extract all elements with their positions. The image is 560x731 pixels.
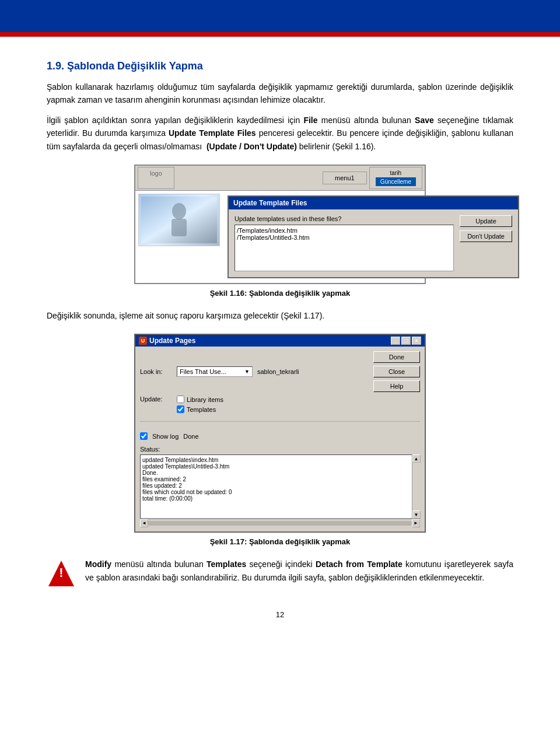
svg-rect-3 bbox=[172, 219, 187, 236]
dont-update-button[interactable]: Don't Update bbox=[460, 230, 512, 242]
hscroll-track bbox=[148, 521, 412, 526]
close-button[interactable]: × bbox=[412, 337, 421, 345]
status-section: Status: updated Templates\index.htm upda… bbox=[140, 446, 420, 527]
mockup-date: tarih Güncelleme bbox=[369, 167, 422, 189]
guncelleme-button[interactable]: Güncelleme bbox=[376, 177, 416, 186]
vertical-scrollbar[interactable]: ▲ ▼ bbox=[412, 454, 420, 519]
page-mockup: logo menu1 tarih Güncelleme bbox=[134, 165, 426, 284]
status-line-7: total time: (0:00:00) bbox=[142, 495, 410, 502]
mockup-menu: menu1 bbox=[323, 172, 367, 184]
status-line-3: Done. bbox=[142, 470, 410, 476]
horizontal-scrollbar[interactable]: ◄ ► bbox=[140, 519, 420, 527]
dropdown-arrow-icon: ▼ bbox=[244, 369, 250, 375]
dialog1-left: Update templates used in these files? /T… bbox=[235, 215, 454, 271]
scroll-right-arrow[interactable]: ► bbox=[412, 519, 420, 527]
last-paragraph: Modify menüsü altında bulunan Templates … bbox=[85, 558, 513, 584]
mockup-logo: logo bbox=[138, 167, 174, 189]
dialog2-window-controls: _ □ × bbox=[391, 337, 421, 345]
warning-icon: ! bbox=[47, 558, 76, 593]
warning-section: ! Modify menüsü altında bulunan Template… bbox=[47, 558, 513, 593]
templates-row: Templates bbox=[177, 405, 223, 413]
mockup-content: Update Template Files Update templates u… bbox=[135, 191, 425, 283]
update-template-dialog: Update Template Files Update templates u… bbox=[228, 195, 402, 278]
status-line-2: updated Templates\Untitled-3.htm bbox=[142, 463, 410, 470]
figure-2-container: U Update Pages _ □ × Look in: Files That… bbox=[47, 334, 513, 546]
library-items-checkbox[interactable] bbox=[177, 396, 184, 403]
status-line-1: updated Templates\index.htm bbox=[142, 457, 410, 463]
dialog2-body: Look in: Files That Use... ▼ sablon_tekr… bbox=[135, 347, 425, 531]
look-in-label: Look in: bbox=[140, 368, 172, 375]
figure-1-caption: Şekil 1.16: Şablonda değişiklik yapmak bbox=[210, 289, 351, 298]
templates-checkbox[interactable] bbox=[177, 405, 184, 413]
figure-2-caption: Şekil 1.17: Şablonda değişiklik yapmak bbox=[210, 537, 351, 546]
divider-1 bbox=[140, 421, 420, 422]
show-log-row: Show log Done bbox=[140, 432, 420, 440]
mockup-image bbox=[138, 194, 220, 246]
update-label: Update: bbox=[140, 396, 172, 403]
scroll-left-arrow[interactable]: ◄ bbox=[140, 519, 148, 527]
status-log-box[interactable]: updated Templates\index.htm updated Temp… bbox=[140, 454, 420, 519]
scroll-down-arrow[interactable]: ▼ bbox=[412, 510, 421, 519]
section-title: 1.9. Şablonda Değişiklik Yapma bbox=[47, 60, 513, 72]
show-log-checkbox[interactable] bbox=[140, 432, 148, 440]
figure-1-container: logo menu1 tarih Güncelleme bbox=[47, 165, 513, 298]
dialog1-filelist[interactable]: /Templates/index.htm /Templates/Untitled… bbox=[235, 225, 454, 271]
dialog1-file-2: /Templates/Untitled-3.htm bbox=[237, 234, 452, 241]
look-in-dropdown[interactable]: Files That Use... ▼ bbox=[177, 366, 253, 377]
dialog1-titlebar: Update Template Files bbox=[229, 197, 518, 209]
dialog2-buttons: Done Close Help bbox=[373, 351, 420, 392]
dialog1-label: Update templates used in these files? bbox=[235, 215, 454, 222]
maximize-button[interactable]: □ bbox=[401, 337, 411, 345]
update-pages-dialog: U Update Pages _ □ × Look in: Files That… bbox=[134, 334, 426, 533]
status-label: Status: bbox=[140, 446, 420, 453]
dialog1-buttons: Update Don't Update bbox=[460, 215, 512, 271]
top-header bbox=[0, 0, 560, 32]
svg-point-2 bbox=[172, 203, 186, 219]
dialog1-file-1: /Templates/index.htm bbox=[237, 227, 452, 234]
paragraph-1: Şablon kullanarak hazırlamış olduğumuz t… bbox=[47, 81, 513, 107]
between-text: Değişiklik sonunda, işleme ait sonuç rap… bbox=[47, 309, 513, 322]
dialog1-body: Update templates used in these files? /T… bbox=[229, 209, 518, 277]
minimize-button[interactable]: _ bbox=[391, 337, 400, 345]
dialog-update-template-inner: Update Template Files Update templates u… bbox=[228, 195, 519, 278]
status-line-6: files which could not be updated: 0 bbox=[142, 489, 410, 495]
status-log-container: updated Templates\index.htm updated Temp… bbox=[140, 454, 420, 519]
paragraph-2: İlgili şablon açıldıktan sonra yapılan d… bbox=[47, 114, 513, 153]
red-bar bbox=[0, 32, 560, 37]
look-in-row: Look in: Files That Use... ▼ sablon_tekr… bbox=[140, 351, 420, 392]
done-button[interactable]: Done bbox=[373, 351, 420, 363]
library-items-row: Library items bbox=[177, 396, 223, 403]
status-line-5: files updated: 2 bbox=[142, 482, 410, 489]
page-number: 12 bbox=[47, 610, 513, 619]
scroll-up-arrow[interactable]: ▲ bbox=[412, 454, 421, 463]
dialog2-titlebar: U Update Pages _ □ × bbox=[135, 335, 425, 347]
close-dialog-button[interactable]: Close bbox=[373, 366, 420, 377]
status-line-4: files examined: 2 bbox=[142, 476, 410, 482]
done-status-text: Done bbox=[183, 433, 198, 440]
update-row: Update: Library items Templates bbox=[140, 396, 420, 413]
help-button[interactable]: Help bbox=[373, 380, 420, 392]
sablon-value: sablon_tekrarli bbox=[257, 368, 299, 375]
update-button[interactable]: Update bbox=[460, 215, 512, 227]
